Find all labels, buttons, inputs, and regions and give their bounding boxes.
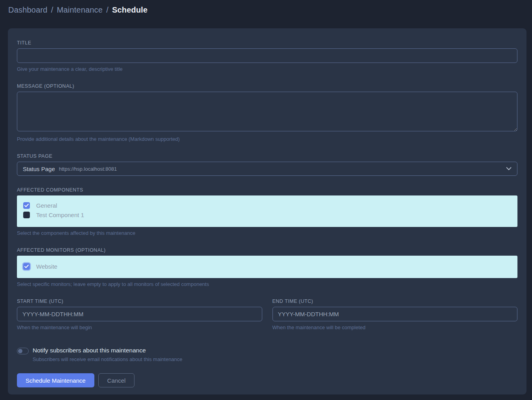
affected-components-label: AFFECTED COMPONENTS xyxy=(17,187,517,193)
notify-label: Notify subscribers about this maintenanc… xyxy=(33,347,182,354)
start-time-input[interactable] xyxy=(17,307,262,321)
checkbox-unchecked-icon[interactable] xyxy=(23,212,30,218)
component-option-general[interactable]: General xyxy=(23,201,511,210)
component-option-label: General xyxy=(36,202,57,209)
end-time-helper: When the maintenance will be completed xyxy=(272,324,518,330)
end-time-input[interactable] xyxy=(272,307,518,321)
breadcrumb-separator: / xyxy=(51,6,53,15)
affected-components-listbox: General Test Component 1 xyxy=(17,195,517,227)
title-label: TITLE xyxy=(17,40,517,46)
schedule-maintenance-button[interactable]: Schedule Maintenance xyxy=(17,373,94,387)
affected-monitors-label: AFFECTED MONITORS (OPTIONAL) xyxy=(17,247,517,253)
title-helper: Give your maintenance a clear, descripti… xyxy=(17,66,517,72)
component-option-test-component-1[interactable]: Test Component 1 xyxy=(23,210,511,219)
status-page-selected-url: https://hsp.localhost:8081 xyxy=(59,166,117,172)
time-fields-row: START TIME (UTC) When the maintenance wi… xyxy=(17,299,517,330)
chevron-down-icon xyxy=(506,167,512,171)
form-actions: Schedule Maintenance Cancel xyxy=(17,373,517,387)
affected-monitors-listbox: Website xyxy=(17,256,517,278)
start-time-helper: When the maintenance will begin xyxy=(17,324,262,330)
notify-toggle[interactable] xyxy=(17,348,29,354)
message-field-group: MESSAGE (OPTIONAL) Provide additional de… xyxy=(17,83,517,142)
notify-helper: Subscribers will receive email notificat… xyxy=(33,356,182,362)
end-time-group: END TIME (UTC) When the maintenance will… xyxy=(272,299,518,330)
status-page-field-group: STATUS PAGE Status Page https://hsp.loca… xyxy=(17,153,517,176)
breadcrumb-dashboard[interactable]: Dashboard xyxy=(8,6,48,15)
notify-subscribers-row: Notify subscribers about this maintenanc… xyxy=(17,347,517,362)
schedule-maintenance-form-card: TITLE Give your maintenance a clear, des… xyxy=(8,28,526,394)
title-field-group: TITLE Give your maintenance a clear, des… xyxy=(17,40,517,72)
cancel-button[interactable]: Cancel xyxy=(98,373,135,387)
checkbox-checked-icon[interactable] xyxy=(23,263,30,270)
message-textarea[interactable] xyxy=(17,92,517,131)
end-time-label: END TIME (UTC) xyxy=(272,299,518,304)
component-option-label: Test Component 1 xyxy=(36,212,84,218)
breadcrumb: Dashboard / Maintenance / Schedule xyxy=(8,6,147,15)
notify-texts: Notify subscribers about this maintenanc… xyxy=(33,347,182,362)
affected-monitors-helper: Select specific monitors; leave empty to… xyxy=(17,281,517,287)
breadcrumb-separator: / xyxy=(106,6,109,15)
status-page-select[interactable]: Status Page https://hsp.localhost:8081 xyxy=(17,162,517,176)
monitor-option-label: Website xyxy=(36,263,57,270)
affected-components-group: AFFECTED COMPONENTS General Test Compone… xyxy=(17,187,517,236)
top-bar: Dashboard / Maintenance / Schedule xyxy=(0,0,532,20)
title-input[interactable] xyxy=(17,48,517,63)
checkbox-checked-icon[interactable] xyxy=(23,202,30,209)
toggle-knob-icon xyxy=(18,349,22,353)
start-time-label: START TIME (UTC) xyxy=(17,299,262,304)
affected-monitors-group: AFFECTED MONITORS (OPTIONAL) Website Sel… xyxy=(17,247,517,287)
breadcrumb-current-schedule: Schedule xyxy=(112,6,148,15)
monitor-option-website[interactable]: Website xyxy=(23,262,511,271)
breadcrumb-maintenance[interactable]: Maintenance xyxy=(57,6,103,15)
message-label: MESSAGE (OPTIONAL) xyxy=(17,83,517,89)
message-helper: Provide additional details about the mai… xyxy=(17,136,517,142)
start-time-group: START TIME (UTC) When the maintenance wi… xyxy=(17,299,262,330)
affected-components-helper: Select the components affected by this m… xyxy=(17,230,517,236)
status-page-label: STATUS PAGE xyxy=(17,153,517,159)
status-page-selected-name: Status Page xyxy=(23,166,55,172)
